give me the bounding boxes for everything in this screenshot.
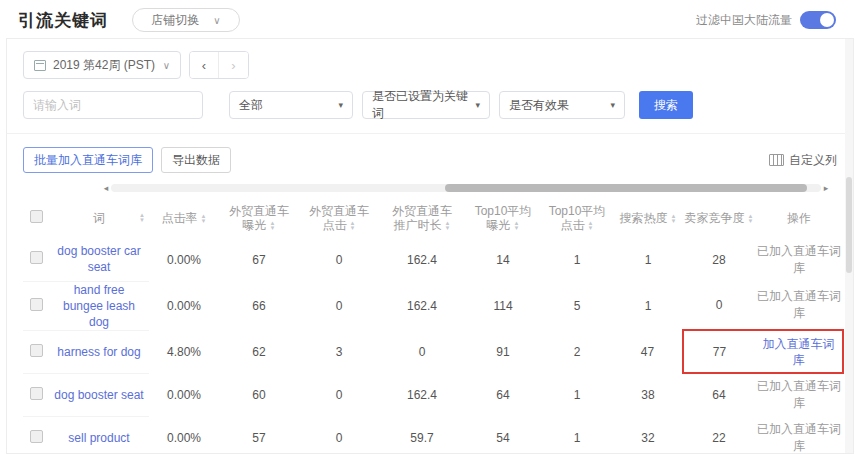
scroll-left-icon[interactable]: ◂ <box>101 183 111 193</box>
keyword-set-select-value: 是否已设置为关键词 <box>372 88 475 122</box>
calendar-icon <box>34 60 46 71</box>
scope-select[interactable]: 全部 ▾ <box>229 91 353 119</box>
action-status: 已加入直通车词库 <box>757 422 841 453</box>
column-header-action: 操作 <box>755 198 843 238</box>
scrollbar-track[interactable] <box>111 184 821 192</box>
action-status: 已加入直通车词库 <box>757 289 841 320</box>
keyword-search-input[interactable] <box>23 91 203 119</box>
customize-columns-button[interactable]: 自定义列 <box>769 152 837 169</box>
sort-icon[interactable]: ▲▼ <box>671 214 677 224</box>
select-all-checkbox[interactable] <box>30 210 43 223</box>
week-pager: ‹ › <box>189 51 249 79</box>
cell-ctr: 4.80% <box>149 330 219 373</box>
batch-add-to-p4p-button[interactable]: 批量加入直通车词库 <box>23 147 153 173</box>
sort-icon[interactable]: ▲▼ <box>445 221 451 231</box>
cell-search-heat: 47 <box>613 330 683 373</box>
chevron-down-icon: ∨ <box>163 60 170 71</box>
sort-icon[interactable]: ▲▼ <box>201 214 207 224</box>
prev-week-button[interactable]: ‹ <box>190 52 219 78</box>
export-data-button[interactable]: 导出数据 <box>161 147 231 173</box>
week-picker[interactable]: 2019 第42周 (PST) ∨ <box>23 51 181 79</box>
content-card: 2019 第42周 (PST) ∨ ‹ › 全部 ▾ 是否已设置为关键词 ▾ <box>6 38 854 454</box>
cell-p4p-clicks: 0 <box>299 281 379 330</box>
sort-icon[interactable]: ▲▼ <box>748 214 754 224</box>
keyword-link[interactable]: harness for dog <box>53 344 144 360</box>
column-header-p4p-duration[interactable]: 外贸直通车 推广时长▲▼ <box>379 198 465 238</box>
column-header-ctr[interactable]: 点击率▲▼ <box>149 198 219 238</box>
sort-icon[interactable]: ▲▼ <box>139 213 145 223</box>
page-title: 引流关键词 <box>18 9 108 32</box>
cell-ctr: 0.00% <box>149 416 219 454</box>
vertical-scrollbar[interactable] <box>845 39 853 453</box>
column-header-word[interactable]: 词▲▼ <box>49 198 149 238</box>
vertical-scrollbar-thumb[interactable] <box>846 177 852 273</box>
keywords-table-area: ◂ ▸ 词▲▼点击率▲▼外贸直通车 曝光▲▼外贸直通车 点击▲▼外贸直通车 推广… <box>7 183 853 454</box>
scroll-right-icon[interactable]: ▸ <box>821 183 831 193</box>
cell-search-heat: 1 <box>613 281 683 330</box>
table-row: harness for dog4.80%62309124777加入直通车词库 <box>23 330 843 373</box>
week-picker-value: 2019 第42周 (PST) <box>53 57 155 74</box>
cell-p4p-impressions: 67 <box>219 238 299 281</box>
cell-search-heat: 32 <box>613 416 683 454</box>
column-header-top10-impressions[interactable]: Top10平均 曝光▲▼ <box>465 198 541 238</box>
row-checkbox[interactable] <box>30 430 43 443</box>
row-checkbox[interactable] <box>30 298 43 311</box>
sort-icon[interactable]: ▲▼ <box>270 221 276 231</box>
effective-select[interactable]: 是否有效果 ▾ <box>499 91 625 119</box>
keyword-link[interactable]: sell product <box>64 430 133 446</box>
cell-top10-impressions: 114 <box>465 281 541 330</box>
scrollbar-thumb[interactable] <box>445 184 807 192</box>
sort-icon[interactable]: ▲▼ <box>514 221 520 231</box>
toolbar-row: 批量加入直通车词库 导出数据 自定义列 <box>7 147 853 173</box>
action-status: 已加入直通车词库 <box>757 379 841 410</box>
add-to-p4p-link[interactable]: 加入直通车词库 <box>755 336 842 368</box>
row-checkbox[interactable] <box>30 344 43 357</box>
column-header-p4p-clicks[interactable]: 外贸直通车 点击▲▼ <box>299 198 379 238</box>
keyword-link[interactable]: hand free bungee leash dog <box>49 282 149 330</box>
chevron-down-icon: ▾ <box>338 100 343 110</box>
sort-icon[interactable]: ▲▼ <box>588 221 594 231</box>
keyword-set-select[interactable]: 是否已设置为关键词 ▾ <box>362 91 490 119</box>
keywords-table: 词▲▼点击率▲▼外贸直通车 曝光▲▼外贸直通车 点击▲▼外贸直通车 推广时长▲▼… <box>23 198 844 454</box>
row-checkbox[interactable] <box>30 387 43 400</box>
customize-columns-label: 自定义列 <box>789 152 837 169</box>
chevron-down-icon: ▾ <box>610 100 615 110</box>
column-label: 外贸直通车 曝光 <box>229 204 289 232</box>
column-header-p4p-impressions[interactable]: 外贸直通车 曝光▲▼ <box>219 198 299 238</box>
columns-icon <box>769 154 784 166</box>
keyword-link[interactable]: dog booster car seat <box>49 243 149 275</box>
sort-icon[interactable]: ▲▼ <box>350 221 356 231</box>
cell-p4p-clicks: 3 <box>299 330 379 373</box>
next-week-button[interactable]: › <box>219 52 248 78</box>
search-button[interactable]: 搜索 <box>639 91 693 119</box>
column-label: Top10平均 曝光 <box>475 204 532 232</box>
cell-action: 已加入直通车词库 <box>755 416 843 454</box>
date-row: 2019 第42周 (PST) ∨ ‹ › <box>7 51 853 79</box>
shop-switch-dropdown[interactable]: 店铺切换 ∨ <box>132 8 240 32</box>
cell-p4p-duration: 162.4 <box>379 373 465 416</box>
select-all-cell <box>23 198 49 238</box>
cell-ctr: 0.00% <box>149 281 219 330</box>
cell-p4p-impressions: 57 <box>219 416 299 454</box>
shop-switch-label: 店铺切换 <box>151 12 199 29</box>
cell-p4p-clicks: 0 <box>299 416 379 454</box>
cell-p4p-duration: 162.4 <box>379 238 465 281</box>
cell-action: 加入直通车词库 <box>755 330 843 373</box>
cell-search-heat: 1 <box>613 238 683 281</box>
column-header-search-heat[interactable]: 搜索热度▲▼ <box>613 198 683 238</box>
keyword-link[interactable]: dog booster seat <box>50 387 147 403</box>
column-label: 搜索热度 <box>620 211 668 225</box>
column-header-competition[interactable]: 卖家竞争度▲▼ <box>683 198 755 238</box>
cell-competition: 28 <box>683 238 755 281</box>
column-label: 外贸直通车 点击 <box>309 204 369 232</box>
cell-action: 已加入直通车词库 <box>755 373 843 416</box>
cell-top10-clicks: 2 <box>541 330 613 373</box>
filter-traffic-toggle[interactable] <box>800 11 836 29</box>
table-body: dog booster car seat0.00%670162.4141128已… <box>23 238 843 454</box>
toggle-knob <box>820 13 834 27</box>
column-header-top10-clicks[interactable]: Top10平均 点击▲▼ <box>541 198 613 238</box>
cell-p4p-impressions: 66 <box>219 281 299 330</box>
table-row: dog booster car seat0.00%670162.4141128已… <box>23 238 843 281</box>
row-checkbox[interactable] <box>30 251 43 264</box>
column-label: 卖家竞争度 <box>685 211 745 225</box>
